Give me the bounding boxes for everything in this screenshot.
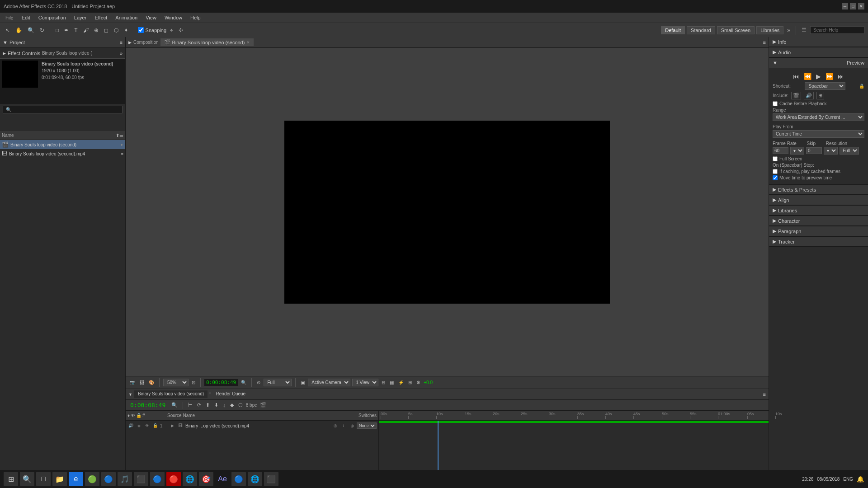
menu-effect[interactable]: Effect xyxy=(91,14,111,21)
taskbar-icon-9[interactable]: 🔵 xyxy=(231,472,246,486)
timeline-playhead[interactable] xyxy=(438,421,439,477)
preview-last-btn[interactable]: ⏭ xyxy=(836,72,845,80)
comp-transparent-bg-btn[interactable]: ▣ xyxy=(299,380,306,385)
frame-rate-input[interactable]: 60 xyxy=(773,147,788,154)
pen-tool[interactable]: ✒ xyxy=(62,26,71,34)
timeline-tab-render[interactable]: Render Queue xyxy=(212,390,250,398)
taskbar-icon-10[interactable]: 🌐 xyxy=(248,472,262,486)
comp-grid-btn[interactable]: ⊞ xyxy=(407,380,413,385)
play-from-select[interactable]: Current Time xyxy=(773,130,864,138)
comp-fit-btn[interactable]: ⊡ xyxy=(190,380,197,385)
select-tool[interactable]: ↖ xyxy=(4,26,12,34)
menu-window[interactable]: Window xyxy=(161,14,186,21)
effect-controls-header[interactable]: ▶ Effect Controls Binary Souls loop vide… xyxy=(0,48,125,59)
help-search-input[interactable] xyxy=(810,26,864,34)
include-audio-btn[interactable]: 🔊 xyxy=(804,92,814,99)
maximize-btn[interactable]: □ xyxy=(850,3,856,9)
timeline-layer-btn[interactable]: ⬡ xyxy=(237,402,244,408)
preview-prev-btn[interactable]: ⏪ xyxy=(802,72,813,80)
taskbar-icon-7[interactable]: 🌐 xyxy=(183,472,197,486)
rotate-tool[interactable]: ↻ xyxy=(38,26,46,34)
taskbar-icon-6[interactable]: 🔴 xyxy=(166,472,181,486)
workspace-standard[interactable]: Standard xyxy=(687,26,715,34)
project-search-input[interactable] xyxy=(3,106,123,113)
align-header[interactable]: ▶ Align xyxy=(769,195,868,205)
cache-checkbox[interactable] xyxy=(773,101,778,106)
skip-input[interactable]: 0 xyxy=(806,147,822,154)
text-tool[interactable]: T xyxy=(72,26,79,34)
menu-view[interactable]: View xyxy=(142,14,160,21)
window-controls[interactable]: ─ □ ✕ xyxy=(842,3,864,9)
timeline-ripple-btn[interactable]: ⬇ xyxy=(213,402,220,408)
comp-panel-settings[interactable]: ≡ xyxy=(763,40,766,45)
taskbar-task-view-btn[interactable]: □ xyxy=(36,472,51,486)
layer-0-motion-blur[interactable]: ◎ xyxy=(332,422,339,429)
taskbar-edge[interactable]: e xyxy=(69,472,83,486)
tracker-header[interactable]: ▶ Tracker xyxy=(769,237,868,247)
layer-0-parent-select[interactable]: None xyxy=(357,422,377,429)
layer-0-eye[interactable]: 👁 xyxy=(144,422,150,429)
libraries-header[interactable]: ▶ Libraries xyxy=(769,206,868,216)
menu-edit[interactable]: Edit xyxy=(18,14,34,21)
taskbar-search-btn[interactable]: 🔍 xyxy=(20,472,34,486)
taskbar-icon-4[interactable]: ⬛ xyxy=(134,472,148,486)
snap-tool2[interactable]: ✢ xyxy=(177,26,185,34)
roto-tool[interactable]: ⬡ xyxy=(112,26,120,34)
taskbar-icon-2[interactable]: 🔵 xyxy=(101,472,116,486)
effects-presets-header[interactable]: ▶ Effects & Presets xyxy=(769,185,868,195)
resolution-select[interactable]: Full xyxy=(840,147,859,155)
preview-first-btn[interactable]: ⏮ xyxy=(792,72,801,80)
comp-fast-preview-btn[interactable]: ⚡ xyxy=(397,380,405,385)
taskbar-icon-3[interactable]: 🎵 xyxy=(118,472,132,486)
paragraph-header[interactable]: ▶ Paragraph xyxy=(769,226,868,236)
workspace-small-screen[interactable]: Small Screen xyxy=(717,26,755,34)
layer-0-audio[interactable]: 🔊 xyxy=(127,422,134,429)
timeline-tab-comp[interactable]: Binary Souls loop video (second) xyxy=(134,390,208,398)
skip-select[interactable]: ▾ xyxy=(824,147,838,155)
timeline-track-area[interactable] xyxy=(379,421,769,477)
menu-composition[interactable]: Composition xyxy=(35,14,70,21)
preview-next-btn[interactable]: ⏩ xyxy=(824,72,835,80)
taskbar-icon-5[interactable]: 🔵 xyxy=(150,472,165,486)
close-btn[interactable]: ✕ xyxy=(858,3,864,9)
frame-rate-select[interactable]: ▾ xyxy=(790,147,804,155)
workspace-libraries[interactable]: Libraries xyxy=(756,26,783,34)
layer-0-expand[interactable]: ▶ xyxy=(169,422,175,429)
comp-view-mode-select[interactable]: 1 View xyxy=(352,379,378,386)
layer-0-solo[interactable]: ◈ xyxy=(136,422,142,429)
layer-row-0[interactable]: 🔊 ◈ 👁 🔓 1 ▶ 🎞 Binary ...op video (second… xyxy=(126,421,378,431)
minimize-btn[interactable]: ─ xyxy=(842,3,848,9)
project-panel-menu[interactable]: ≡ xyxy=(120,40,123,45)
comp-show-channel-btn[interactable]: 🎨 xyxy=(147,380,156,385)
workspace-expand[interactable]: » xyxy=(785,26,792,34)
if-caching-checkbox[interactable] xyxy=(773,169,778,174)
snap-tool[interactable]: ⌖ xyxy=(168,26,175,34)
project-panel-header[interactable]: ▼ Project ≡ xyxy=(0,37,125,48)
comp-snapshot-btn[interactable]: 📷 xyxy=(128,380,137,385)
taskbar-file-explorer[interactable]: 📁 xyxy=(52,472,67,486)
puppet-tool[interactable]: ✦ xyxy=(122,26,130,34)
comp-time-nav-btn[interactable]: 🔍 xyxy=(240,380,248,385)
comp-view-select[interactable]: Active Camera xyxy=(308,379,350,386)
taskbar-notification-btn[interactable]: 🔔 xyxy=(857,476,864,483)
workspace-default[interactable]: Default xyxy=(661,26,685,34)
preview-play-btn[interactable]: ▶ xyxy=(815,72,822,80)
include-video-btn[interactable]: 🎬 xyxy=(791,92,801,99)
comp-quality-select[interactable]: Full Half Quarter xyxy=(264,379,292,386)
range-select[interactable]: Work Area Extended By Current ... xyxy=(773,113,864,121)
timeline-slip-btn[interactable]: ↕ xyxy=(222,402,227,408)
audio-header[interactable]: ▶ Audio xyxy=(769,47,868,57)
comp-zoom-select[interactable]: 50% 100% 25% xyxy=(163,379,189,386)
menu-animation[interactable]: Animation xyxy=(112,14,141,21)
project-item-1[interactable]: 🎞 Binary Souls loop video (second).mp4 ■ xyxy=(0,149,125,158)
menu-help[interactable]: Help xyxy=(187,14,204,21)
comp-props-btn[interactable]: ⚙ xyxy=(415,380,422,385)
eraser-tool[interactable]: ◻ xyxy=(102,26,110,34)
rect-tool[interactable]: □ xyxy=(54,26,61,34)
brush-tool[interactable]: 🖌 xyxy=(81,26,90,34)
timeline-extract-btn[interactable]: ⬆ xyxy=(204,402,211,408)
timeline-panel-settings[interactable]: ≡ xyxy=(763,392,766,397)
snapping-checkbox[interactable] xyxy=(138,27,144,33)
taskbar-icon-8[interactable]: 🎯 xyxy=(199,472,213,486)
comp-view-options-btn[interactable]: ⊟ xyxy=(380,380,387,385)
